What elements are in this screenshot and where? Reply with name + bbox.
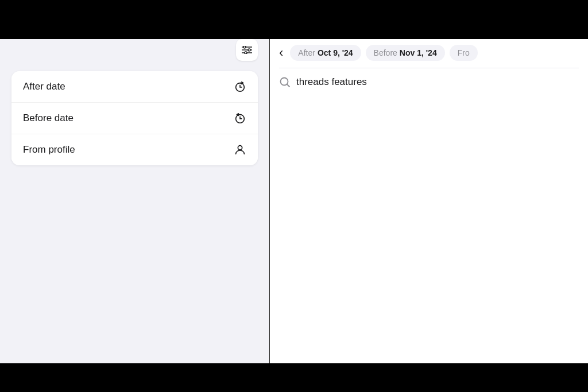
- svg-point-8: [238, 146, 242, 150]
- search-query-text: threads features: [296, 76, 367, 88]
- svg-point-5: [245, 52, 247, 54]
- sliders-icon: [242, 46, 252, 54]
- black-bar-top: [0, 0, 588, 39]
- black-bar-bottom: [0, 363, 588, 392]
- filter-item-before-date[interactable]: Before date: [11, 103, 258, 134]
- filter-menu-card: After date Before date: [11, 71, 258, 165]
- before-date-label: Before date: [23, 112, 74, 124]
- filter-item-from-profile[interactable]: From profile: [11, 134, 258, 165]
- after-date-label: After date: [23, 81, 65, 92]
- after-date-chip[interactable]: After Oct 9, '24: [290, 45, 361, 61]
- from-profile-chip[interactable]: Fro: [450, 45, 478, 61]
- person-icon: [234, 143, 246, 156]
- clock-forward-icon: [234, 80, 246, 93]
- phone-left: 75 ⚡ After date: [0, 0, 270, 392]
- before-chip-prefix: Before: [374, 48, 397, 57]
- svg-point-3: [243, 46, 246, 48]
- svg-line-11: [287, 84, 289, 87]
- search-row: threads features: [270, 68, 588, 96]
- screen-container: 75 ⚡ After date: [0, 0, 588, 392]
- svg-point-4: [248, 49, 250, 51]
- search-icon: [279, 76, 291, 88]
- from-profile-label: From profile: [23, 144, 75, 156]
- clock-back-icon: [234, 112, 246, 125]
- filter-toggle-button[interactable]: [236, 39, 258, 61]
- phone-right: 3:06 ‹ After Oct 9, '24: [270, 0, 588, 392]
- after-chip-prefix: After: [298, 48, 315, 57]
- from-chip-prefix: Fro: [458, 48, 470, 57]
- filter-item-after-date[interactable]: After date: [11, 71, 258, 103]
- filter-button-container: [0, 39, 269, 65]
- before-chip-value: Nov 1, '24: [400, 48, 437, 57]
- back-button[interactable]: ‹: [279, 45, 283, 60]
- after-chip-value: Oct 9, '24: [318, 48, 353, 57]
- before-date-chip[interactable]: Before Nov 1, '24: [366, 45, 445, 61]
- filter-chips-row: ‹ After Oct 9, '24 Before Nov 1, '24 Fro: [270, 39, 588, 68]
